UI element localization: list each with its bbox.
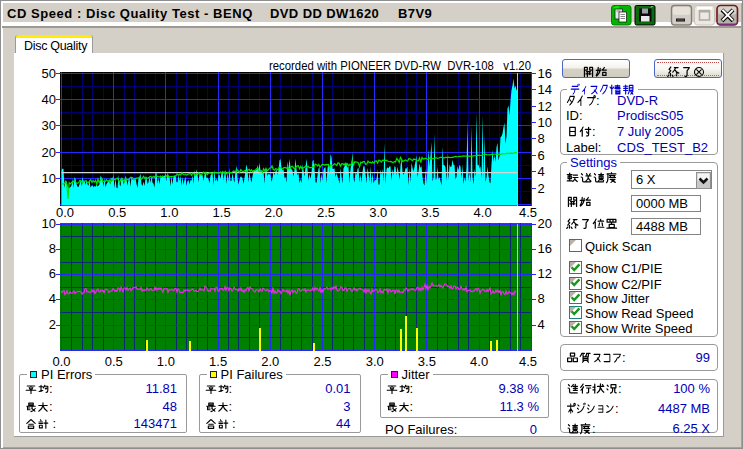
svg-text:16: 16 <box>538 241 552 256</box>
svg-text:12: 12 <box>538 99 552 114</box>
svg-text:4: 4 <box>49 291 56 306</box>
svg-text:4: 4 <box>538 317 545 332</box>
svg-text:3.5: 3.5 <box>421 205 439 220</box>
svg-text:0.0: 0.0 <box>56 205 74 220</box>
svg-text:1.5: 1.5 <box>213 205 231 220</box>
svg-text:0.5: 0.5 <box>108 205 126 220</box>
svg-text:8: 8 <box>538 291 545 306</box>
svg-text:12: 12 <box>538 266 552 281</box>
svg-text:8: 8 <box>49 241 56 256</box>
svg-text:2.5: 2.5 <box>317 205 335 220</box>
svg-text:20: 20 <box>538 216 552 231</box>
svg-text:6: 6 <box>49 266 56 281</box>
svg-text:14: 14 <box>538 82 552 97</box>
svg-text:10: 10 <box>42 216 56 231</box>
svg-text:3.0: 3.0 <box>369 205 387 220</box>
svg-text:30: 30 <box>42 118 56 133</box>
svg-text:1.0: 1.0 <box>160 205 178 220</box>
svg-text:2: 2 <box>49 317 56 332</box>
svg-text:2.0: 2.0 <box>265 205 283 220</box>
svg-text:50: 50 <box>42 66 56 81</box>
svg-text:8: 8 <box>538 131 545 146</box>
svg-text:20: 20 <box>42 145 56 160</box>
svg-text:recorded with PIONEER DVD-RW: recorded with PIONEER DVD-RW DVR-108 v1.… <box>269 59 531 73</box>
svg-text:2: 2 <box>538 181 545 196</box>
svg-text:10: 10 <box>42 171 56 186</box>
svg-text:4.5: 4.5 <box>519 205 537 220</box>
svg-text:4.0: 4.0 <box>474 205 492 220</box>
svg-text:6: 6 <box>538 148 545 163</box>
svg-text:10: 10 <box>538 115 552 130</box>
svg-text:16: 16 <box>538 66 552 81</box>
svg-text:40: 40 <box>42 92 56 107</box>
svg-text:4: 4 <box>538 164 545 179</box>
